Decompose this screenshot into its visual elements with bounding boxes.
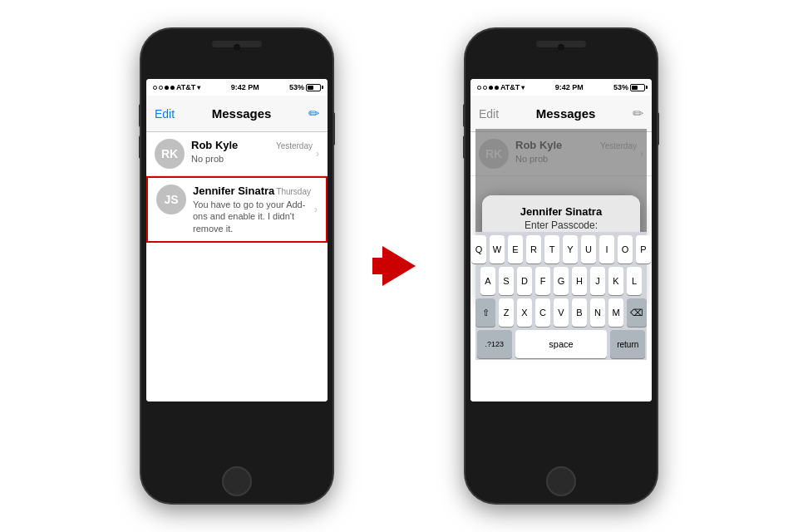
key-v[interactable]: V: [554, 298, 569, 327]
message-list-1: RK Rob Kyle Yesterday No prob › JS Jenni…: [146, 132, 328, 401]
key-l[interactable]: L: [627, 267, 642, 295]
key-q[interactable]: Q: [471, 235, 486, 264]
nav-bar-2: Edit Messages ✏: [470, 96, 652, 132]
key-d[interactable]: D: [517, 267, 532, 295]
message-item-jennifer[interactable]: JS Jennifer Sinatra Thursday You have to…: [146, 176, 328, 243]
chevron-jennifer: ›: [314, 204, 318, 215]
signal-dot-7: [489, 86, 493, 90]
status-right-2: 53%: [613, 83, 645, 91]
key-e[interactable]: E: [508, 235, 523, 264]
status-right-1: 53%: [289, 83, 321, 91]
key-f[interactable]: F: [535, 267, 550, 295]
key-k[interactable]: K: [608, 267, 623, 295]
battery-icon-1: [306, 84, 321, 91]
signal-dot-4: [170, 86, 175, 90]
home-button-2[interactable]: [546, 466, 576, 496]
msg-time-rob: Yesterday: [276, 141, 313, 150]
time-label-1: 9:42 PM: [231, 83, 259, 91]
compose-button-1[interactable]: ✏: [308, 106, 319, 121]
signal-dot-1: [153, 86, 157, 90]
keyboard-row-2: A S D F G H J K L: [477, 267, 645, 295]
spacer-l: [470, 267, 477, 295]
msg-content-jennifer: Jennifer Sinatra Thursday You have to go…: [193, 185, 311, 234]
signal-dot-5: [477, 86, 481, 90]
key-o[interactable]: O: [618, 235, 633, 264]
key-u[interactable]: U: [581, 235, 596, 264]
wifi-icon-2: ▾: [521, 84, 525, 91]
keyboard-row-3: ⇧ Z X C V B N M ⌫: [477, 298, 645, 327]
msg-preview-jennifer: You have to go to your Add-ons and enabl…: [193, 199, 311, 234]
keyboard: Q W E R T Y U I O P A S D F G H J K: [475, 232, 647, 360]
dialog-contact-name: Jennifer Sinatra: [492, 205, 630, 218]
key-b[interactable]: B: [572, 298, 587, 327]
chevron-rob: ›: [316, 148, 319, 160]
battery-pct-2: 53%: [613, 83, 628, 91]
msg-header-rob: Rob Kyle Yesterday: [191, 139, 313, 151]
time-label-2: 9:42 PM: [555, 83, 584, 91]
right-arrow: [382, 246, 416, 286]
signal-dot-2: [159, 86, 163, 90]
key-x[interactable]: X: [517, 298, 532, 327]
key-z[interactable]: Z: [499, 298, 514, 327]
battery-fill-1: [308, 86, 313, 90]
key-r[interactable]: R: [526, 235, 541, 264]
avatar-rob: RK: [155, 139, 185, 169]
nav-bar-1: Edit Messages ✏: [146, 96, 328, 132]
status-bar-2: AT&T ▾ 9:42 PM 53%: [470, 79, 652, 96]
key-m[interactable]: M: [608, 298, 623, 327]
key-p[interactable]: P: [636, 235, 651, 264]
signal-dot-6: [483, 86, 487, 90]
phone-2: AT&T ▾ 9:42 PM 53% Edit Messages ✏ RK: [466, 29, 657, 503]
msg-time-jennifer: Thursday: [276, 187, 311, 196]
spacer-r: [645, 267, 652, 295]
nav-title-1: Messages: [212, 106, 272, 121]
key-c[interactable]: C: [535, 298, 550, 327]
msg-header-jennifer: Jennifer Sinatra Thursday: [193, 185, 311, 197]
arrow-container: [382, 246, 416, 286]
screen-2: AT&T ▾ 9:42 PM 53% Edit Messages ✏ RK: [470, 79, 652, 401]
keyboard-row-1: Q W E R T Y U I O P: [477, 235, 645, 264]
msg-content-rob: Rob Kyle Yesterday No prob: [191, 139, 313, 165]
key-i[interactable]: I: [599, 235, 614, 264]
carrier-label-1: AT&T: [176, 83, 195, 91]
space-key[interactable]: space: [515, 330, 608, 358]
edit-button-1[interactable]: Edit: [155, 107, 175, 121]
message-item-rob[interactable]: RK Rob Kyle Yesterday No prob ›: [146, 132, 328, 176]
msg-name-jennifer: Jennifer Sinatra: [193, 185, 274, 197]
key-j[interactable]: J: [590, 267, 605, 295]
key-g[interactable]: G: [554, 267, 569, 295]
compose-button-2[interactable]: ✏: [633, 106, 643, 121]
signal-dot-8: [495, 86, 499, 90]
status-left-1: AT&T ▾: [153, 83, 200, 91]
num-key[interactable]: .?123: [477, 330, 512, 358]
home-button-1[interactable]: [222, 466, 252, 496]
edit-button-2[interactable]: Edit: [479, 107, 499, 121]
key-w[interactable]: W: [490, 235, 505, 264]
msg-preview-rob: No prob: [191, 153, 313, 165]
delete-key[interactable]: ⌫: [627, 298, 647, 327]
key-h[interactable]: H: [572, 267, 587, 295]
signal-dot-3: [165, 86, 169, 90]
dialog-subtitle: Enter Passcode:: [492, 219, 630, 231]
msg-name-rob: Rob Kyle: [191, 139, 238, 151]
phone-1: AT&T ▾ 9:42 PM 53% Edit Messages ✏ RK: [141, 29, 332, 503]
carrier-label-2: AT&T: [500, 83, 520, 91]
wifi-icon-1: ▾: [197, 84, 200, 91]
key-y[interactable]: Y: [563, 235, 578, 264]
battery-icon-2: [630, 84, 645, 91]
keyboard-row-4: .?123 space return: [477, 330, 645, 358]
key-t[interactable]: T: [544, 235, 559, 264]
key-s[interactable]: S: [499, 267, 514, 295]
return-key[interactable]: return: [610, 330, 645, 358]
avatar-jennifer: JS: [156, 185, 186, 214]
battery-pct-1: 53%: [289, 83, 304, 91]
status-left-2: AT&T ▾: [477, 83, 525, 91]
nav-title-2: Messages: [536, 106, 596, 121]
battery-fill-2: [632, 86, 638, 90]
key-n[interactable]: N: [590, 298, 605, 327]
screen-1: AT&T ▾ 9:42 PM 53% Edit Messages ✏ RK: [146, 79, 328, 401]
status-bar-1: AT&T ▾ 9:42 PM 53%: [146, 79, 328, 96]
key-a[interactable]: A: [480, 267, 495, 295]
shift-key[interactable]: ⇧: [475, 298, 495, 327]
